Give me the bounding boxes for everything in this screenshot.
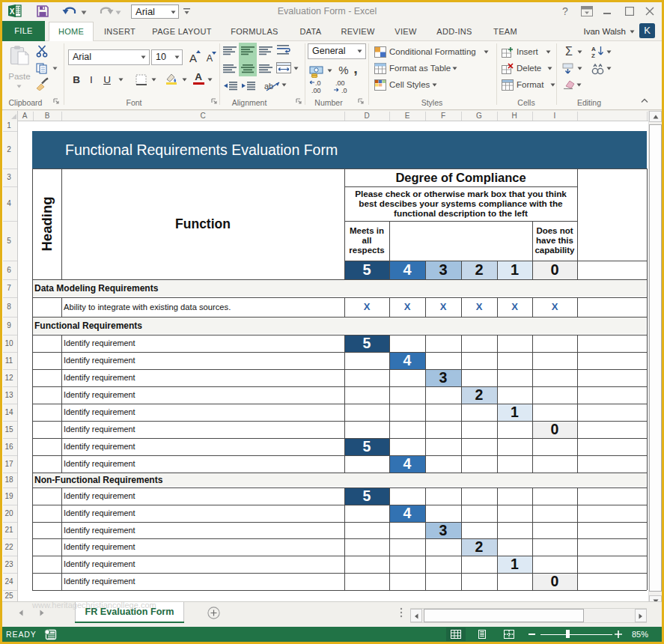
svg-text:.00: .00 — [311, 87, 321, 94]
svg-text:.0: .0 — [341, 87, 347, 94]
svg-text:.00: .00 — [335, 79, 345, 87]
svg-text:X: X — [10, 7, 15, 16]
svg-text:.0: .0 — [315, 79, 321, 87]
svg-text:Z: Z — [591, 52, 595, 58]
